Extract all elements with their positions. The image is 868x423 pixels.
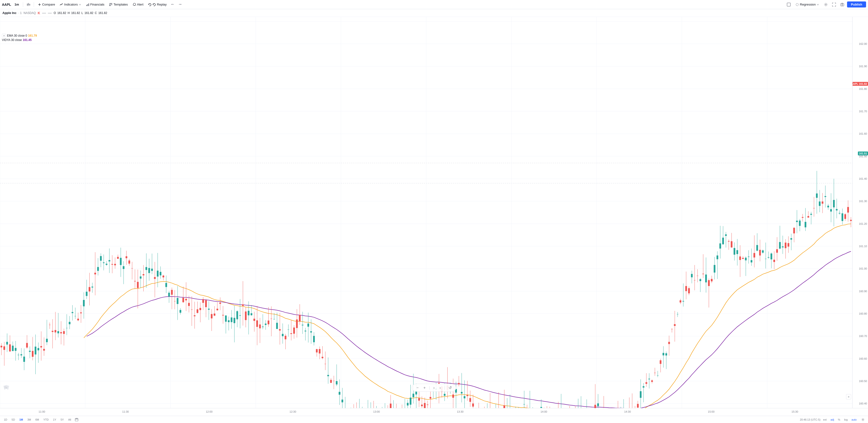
time-label: 14:30 (624, 410, 631, 413)
svg-rect-3 (28, 3, 29, 5)
redo-button[interactable] (177, 2, 183, 7)
tf-3m[interactable]: 3M (26, 418, 32, 422)
separator (23, 2, 23, 7)
chevron-down-icon2 (817, 3, 819, 6)
screenshot-button[interactable] (839, 2, 846, 7)
financials-icon (86, 3, 89, 6)
tf-5d[interactable]: 5D (10, 418, 17, 422)
low-value: 161.82 (85, 11, 93, 15)
vidya-label: VIDYA 30 close (2, 38, 22, 42)
replay-icon (148, 3, 152, 6)
calendar-icon (75, 418, 78, 421)
chart-type-button[interactable] (25, 2, 32, 7)
svg-rect-2 (27, 5, 28, 6)
tf-ytd[interactable]: YTD (42, 418, 50, 422)
financials-button[interactable]: Financials (84, 2, 106, 7)
candlestick-icon (27, 3, 30, 6)
low-label: L (82, 11, 83, 15)
stock-icon-k: K (38, 11, 40, 15)
alert-icon (133, 3, 136, 6)
ticker-symbol[interactable]: AAPL (2, 3, 11, 6)
undo-icon (171, 3, 175, 6)
tv-logo: TV (3, 384, 10, 391)
svg-rect-4 (28, 3, 29, 3)
price-chart[interactable] (0, 17, 852, 408)
chart-settings-bottom-button[interactable] (860, 418, 866, 422)
stock-dash2: — (48, 11, 52, 15)
svg-rect-8 (30, 5, 30, 6)
chart-settings-button[interactable] (823, 2, 829, 7)
open-label: O (54, 11, 56, 15)
undo-button[interactable] (169, 2, 176, 7)
time-display: 20:46:13 (UTC-5) (800, 418, 820, 421)
auto-button[interactable]: auto (850, 418, 858, 421)
timeframe-button[interactable]: 1m (12, 2, 21, 7)
templates-button[interactable]: Templates (107, 2, 130, 7)
ext-button[interactable]: ext (822, 418, 828, 421)
time-label: 13:00 (373, 410, 380, 413)
high-value: 161.82 (71, 11, 80, 15)
top-toolbar: AAPL 1m Compare Indicators Financials Te… (0, 0, 868, 9)
tradingview-watermark: TV (3, 384, 10, 391)
gear-icon-bottom (861, 418, 865, 421)
svg-point-18 (825, 4, 827, 5)
stock-name: Apple Inc (2, 11, 17, 15)
vidya-value: 161.45 (23, 38, 32, 42)
svg-rect-14 (111, 4, 112, 5)
bottom-toolbar: 1D 5D 1M 3M 6M YTD 1Y 5Y All 20:46:13 (U… (0, 416, 868, 423)
zoom-out-button[interactable]: − (415, 385, 420, 391)
time-label: 12:30 (289, 410, 296, 413)
scroll-left-button[interactable]: ‹ (432, 385, 436, 391)
regression-icon (796, 3, 799, 6)
cursor-tool-button[interactable] (785, 2, 792, 7)
svg-rect-16 (787, 3, 790, 6)
expand-right-button[interactable]: » (846, 394, 851, 399)
svg-rect-6 (29, 4, 30, 5)
svg-rect-15 (134, 5, 135, 6)
time-label: 13:30 (457, 410, 464, 413)
reset-zoom-button[interactable]: ↺ (447, 385, 453, 391)
indicators-button[interactable]: Indicators (58, 2, 83, 7)
close-label: C (95, 11, 97, 15)
time-label: 11:30 (122, 410, 129, 413)
svg-rect-1 (27, 3, 28, 4)
redo-icon (178, 3, 182, 6)
replay-button[interactable]: Replay (146, 2, 168, 7)
stock-info-bar: Apple Inc · 1 NASDAQ K — — O 161.82 H 16… (0, 9, 868, 17)
cursor-icon (787, 3, 790, 6)
tf-1m[interactable]: 1M (18, 418, 24, 422)
regression-button[interactable]: Regression (794, 2, 821, 7)
separator2 (34, 2, 34, 7)
svg-rect-13 (110, 4, 111, 6)
svg-rect-23 (76, 418, 76, 419)
close-value: 161.82 (98, 11, 107, 15)
tf-all[interactable]: All (67, 418, 72, 422)
zoom-in-button[interactable]: + (422, 385, 427, 391)
replay-icon2 (153, 3, 156, 6)
tf-6m[interactable]: 6M (34, 418, 40, 422)
time-label: 15:00 (708, 410, 715, 413)
fullscreen-button[interactable] (831, 2, 837, 7)
log-button[interactable]: log (843, 418, 849, 421)
tf-1d[interactable]: 1D (2, 418, 9, 422)
tf-5y[interactable]: 5Y (59, 418, 65, 422)
svg-rect-19 (840, 4, 844, 6)
gear-icon (824, 3, 828, 6)
pct-button[interactable]: % (837, 418, 841, 421)
svg-rect-10 (87, 4, 88, 6)
compare-button[interactable]: Compare (36, 2, 57, 7)
alert-button[interactable]: Alert (131, 2, 146, 7)
tf-1y[interactable]: 1Y (52, 418, 58, 422)
svg-rect-24 (77, 418, 78, 419)
svg-rect-5 (28, 5, 29, 6)
adj-button[interactable]: adj (829, 418, 835, 421)
date-range-button[interactable] (74, 418, 79, 422)
collapse-button[interactable]: ∧ (2, 34, 6, 37)
time-label: 15:30 (792, 410, 798, 413)
publish-button[interactable]: Publish (847, 1, 866, 7)
svg-rect-22 (75, 418, 78, 421)
scroll-right-button[interactable]: › (438, 385, 442, 391)
stock-dash: — (42, 11, 46, 15)
svg-rect-11 (88, 3, 89, 6)
indicators-icon (60, 3, 63, 6)
